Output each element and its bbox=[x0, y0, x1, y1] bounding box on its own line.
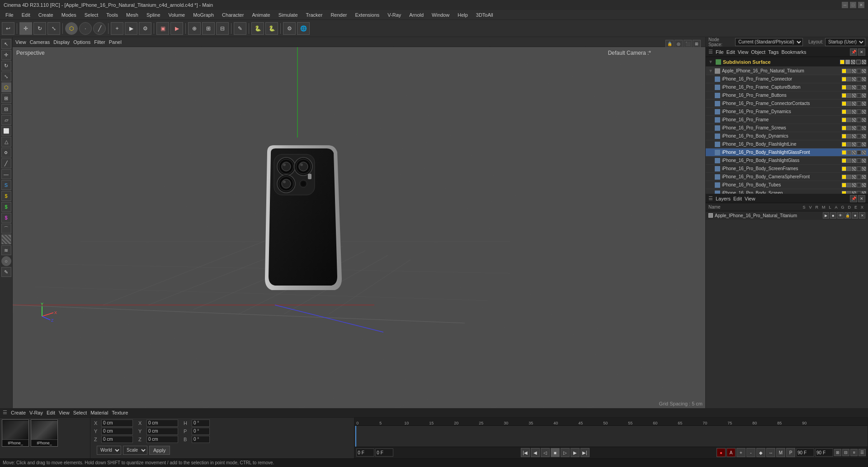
menu-file[interactable]: File bbox=[2, 11, 17, 19]
left-tool-circle[interactable]: ○ bbox=[1, 256, 11, 266]
stop-button[interactable]: ■ bbox=[551, 448, 560, 457]
record-button[interactable]: ● bbox=[717, 448, 726, 457]
play-button[interactable]: ▶ bbox=[125, 22, 137, 35]
bottom-texture-btn[interactable]: Texture bbox=[112, 410, 128, 415]
viewport-menu-view[interactable]: View bbox=[15, 39, 26, 45]
vp-layout-button[interactable]: ⊞ bbox=[693, 40, 701, 48]
timeline-add-key[interactable]: + bbox=[736, 448, 745, 457]
timeline-track-area[interactable] bbox=[354, 426, 868, 447]
bp1-button[interactable]: 🐍 bbox=[251, 22, 264, 35]
step-back-button[interactable]: ◀ bbox=[531, 448, 540, 457]
layers-view-btn[interactable]: View bbox=[745, 196, 755, 201]
render-button[interactable]: ▶ bbox=[170, 22, 183, 35]
end-frame-input2[interactable] bbox=[815, 448, 833, 457]
layer-eye-button[interactable]: 👁 bbox=[837, 212, 844, 219]
vp-full-button[interactable]: ⬛ bbox=[684, 40, 692, 48]
view-menu-btn[interactable]: View bbox=[738, 49, 749, 55]
bottom-view-btn[interactable]: View bbox=[59, 410, 70, 415]
timeline-mode2[interactable]: P bbox=[786, 448, 795, 457]
left-tool-5[interactable]: ⊞ bbox=[1, 93, 11, 103]
left-tool-10[interactable]: ⭘ bbox=[1, 148, 11, 157]
menu-character[interactable]: Character bbox=[218, 11, 247, 19]
goto-start-button[interactable]: |◀ bbox=[521, 448, 530, 457]
window-controls[interactable]: ─ □ ✕ bbox=[842, 2, 864, 8]
material-thumb-1[interactable]: IPhone_ bbox=[2, 419, 29, 447]
node-space-select[interactable]: Current (Standard/Physical) bbox=[735, 38, 803, 46]
undo-button[interactable]: ↩ bbox=[2, 22, 14, 35]
menu-3dtoall[interactable]: 3DToAll bbox=[472, 11, 497, 19]
list-item-3[interactable]: iPhone_16_Pro_Frame_ConnectorContacts bbox=[706, 100, 868, 108]
close-button[interactable]: ✕ bbox=[858, 2, 864, 8]
left-tool-dollar3[interactable]: $ bbox=[1, 213, 11, 223]
play-fwd-button[interactable]: ▷ bbox=[561, 448, 570, 457]
list-item-12[interactable]: iPhone_16_Pro_Body_CameraSphereFront bbox=[706, 173, 868, 181]
menu-mesh[interactable]: Mesh bbox=[123, 11, 142, 19]
menu-modes[interactable]: Modes bbox=[58, 11, 80, 19]
tool3-button[interactable]: ⊟ bbox=[216, 22, 229, 35]
h-input[interactable] bbox=[192, 419, 210, 427]
timeline-del-key[interactable]: - bbox=[746, 448, 755, 457]
list-item-2[interactable]: iPhone_16_Pro_Frame_Buttons bbox=[706, 91, 868, 100]
maximize-button[interactable]: □ bbox=[850, 2, 856, 8]
menu-select[interactable]: Select bbox=[81, 11, 102, 19]
left-tool-12[interactable]: — bbox=[1, 169, 11, 179]
timeline-key-sel[interactable]: ◆ bbox=[756, 448, 765, 457]
left-tool-dollar2[interactable]: $ bbox=[1, 202, 11, 212]
z1-input[interactable] bbox=[101, 436, 133, 443]
x2-input[interactable] bbox=[146, 419, 178, 427]
minimize-button[interactable]: ─ bbox=[842, 2, 848, 8]
edge-mode-button[interactable]: ╱ bbox=[93, 22, 106, 35]
timeline-mode1[interactable]: M bbox=[776, 448, 785, 457]
viewport-3d[interactable]: X Y Z bbox=[13, 47, 705, 408]
layer-star-button[interactable]: ★ bbox=[852, 212, 858, 219]
rotate-tool-button[interactable]: ↻ bbox=[33, 22, 46, 35]
left-tool-move[interactable]: ✛ bbox=[1, 50, 11, 60]
menu-window[interactable]: Window bbox=[428, 11, 453, 19]
timeline-icons-4[interactable]: ☰ bbox=[859, 449, 866, 456]
z2-input[interactable] bbox=[146, 436, 178, 443]
obj-mode-button[interactable]: ⬡ bbox=[65, 22, 78, 35]
file-menu-btn[interactable]: File bbox=[716, 49, 724, 55]
timeline-icons-2[interactable]: ⊟ bbox=[842, 449, 849, 456]
point-mode-button[interactable]: · bbox=[79, 22, 92, 35]
list-item-13[interactable]: iPhone_16_Pro_Body_Tubes bbox=[706, 181, 868, 189]
menu-extensions[interactable]: Extensions bbox=[351, 11, 383, 19]
vp-lock-button[interactable]: 🔒 bbox=[665, 40, 674, 48]
tags-menu-btn[interactable]: Tags bbox=[768, 49, 778, 55]
layer-x-button[interactable]: ✕ bbox=[859, 212, 865, 219]
left-tool-curve[interactable]: ⌒ bbox=[1, 224, 11, 234]
p-input[interactable] bbox=[192, 428, 210, 435]
layers-edit-btn[interactable]: Edit bbox=[733, 196, 742, 201]
left-tool-checker[interactable] bbox=[1, 234, 11, 244]
menu-tools[interactable]: Tools bbox=[103, 11, 122, 19]
list-item-5[interactable]: iPhone_16_Pro_Frame bbox=[706, 116, 868, 124]
menu-vray[interactable]: V-Ray bbox=[384, 11, 405, 19]
menu-create[interactable]: Create bbox=[35, 11, 57, 19]
timeline-icons-1[interactable]: ⊞ bbox=[834, 449, 841, 456]
apply-button[interactable]: Apply bbox=[149, 446, 170, 455]
move-selected-button[interactable]: ⊕ bbox=[188, 22, 201, 35]
menu-edit[interactable]: Edit bbox=[18, 11, 34, 19]
x1-input[interactable] bbox=[101, 419, 133, 427]
material-thumb-2[interactable]: IPhone_ bbox=[31, 419, 58, 447]
viewport-menu-cameras[interactable]: Cameras bbox=[30, 39, 50, 45]
left-tool-11[interactable]: ╱ bbox=[1, 158, 11, 168]
list-item-6[interactable]: iPhone_16_Pro_Frame_Screws bbox=[706, 124, 868, 132]
viewport-menu-options[interactable]: Options bbox=[73, 39, 90, 45]
left-tool-pencil[interactable]: ✎ bbox=[1, 267, 11, 277]
object-menu-btn[interactable]: Object bbox=[751, 49, 765, 55]
bp2-button[interactable]: 🐍 bbox=[265, 22, 278, 35]
left-tool-dollar1[interactable]: $ bbox=[1, 191, 11, 201]
vp-solo-button[interactable]: ◎ bbox=[675, 40, 683, 48]
timeline-key-move[interactable]: ↔ bbox=[766, 448, 775, 457]
menu-volume[interactable]: Volume bbox=[165, 11, 189, 19]
snap-button[interactable]: ⊞ bbox=[202, 22, 215, 35]
step-fwd-button[interactable]: ▶ bbox=[571, 448, 580, 457]
bookmarks-menu-btn[interactable]: Bookmarks bbox=[781, 49, 806, 55]
menu-mograph[interactable]: MoGraph bbox=[189, 11, 217, 19]
bottom-select-label[interactable]: Select bbox=[73, 410, 87, 415]
layout-select[interactable]: Startup (User) bbox=[825, 38, 865, 46]
list-item-7[interactable]: iPhone_16_Pro_Body_Dynamics bbox=[706, 132, 868, 140]
render-view-button[interactable]: ▣ bbox=[156, 22, 169, 35]
left-tool-S[interactable]: S bbox=[1, 180, 11, 190]
